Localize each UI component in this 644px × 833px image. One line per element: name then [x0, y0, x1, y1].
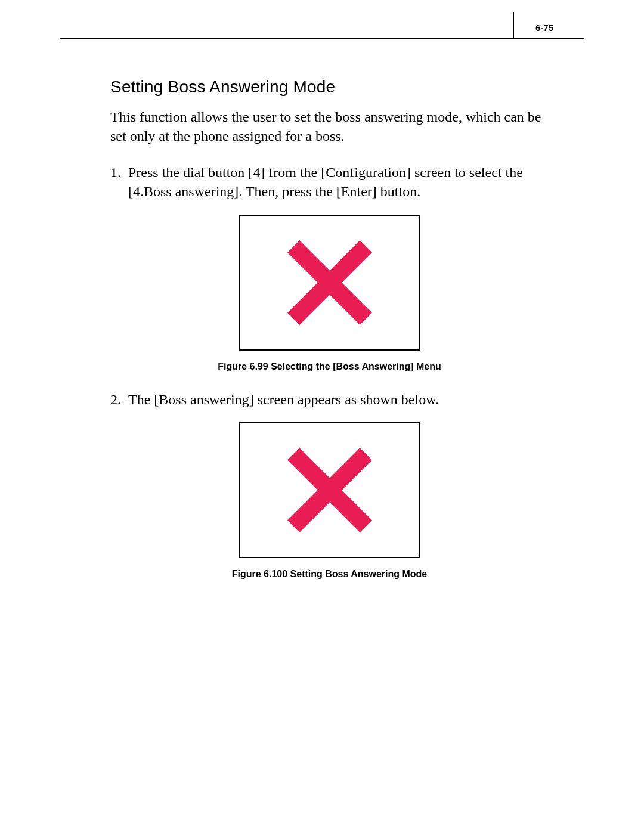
- step-number: 2.: [110, 390, 128, 409]
- figure-box: [239, 215, 420, 351]
- header-divider: [513, 12, 514, 38]
- section-intro: This function allows the user to set the…: [110, 107, 549, 146]
- step-text: The [Boss answering] screen appears as s…: [128, 390, 549, 409]
- page-header: 6-75: [60, 16, 584, 39]
- step-1: 1. Press the dial button [4] from the [C…: [110, 163, 549, 202]
- page: 6-75 Setting Boss Answering Mode This fu…: [0, 0, 644, 833]
- content-area: Setting Boss Answering Mode This functio…: [110, 78, 549, 597]
- figure-caption: Figure 6.100 Setting Boss Answering Mode: [232, 569, 427, 580]
- header-rule: [60, 38, 584, 39]
- step-text: Press the dial button [4] from the [Conf…: [128, 163, 549, 202]
- figure-box: [239, 422, 420, 558]
- figure-2: Figure 6.100 Setting Boss Answering Mode: [110, 422, 549, 580]
- figure-1: Figure 6.99 Selecting the [Boss Answerin…: [110, 215, 549, 372]
- figure-caption: Figure 6.99 Selecting the [Boss Answerin…: [218, 361, 441, 372]
- step-number: 1.: [110, 163, 128, 202]
- missing-image-x-icon: [282, 442, 377, 538]
- page-number: 6-75: [535, 23, 553, 33]
- step-2: 2. The [Boss answering] screen appears a…: [110, 390, 549, 409]
- missing-image-x-icon: [282, 235, 377, 330]
- section-title: Setting Boss Answering Mode: [110, 78, 549, 97]
